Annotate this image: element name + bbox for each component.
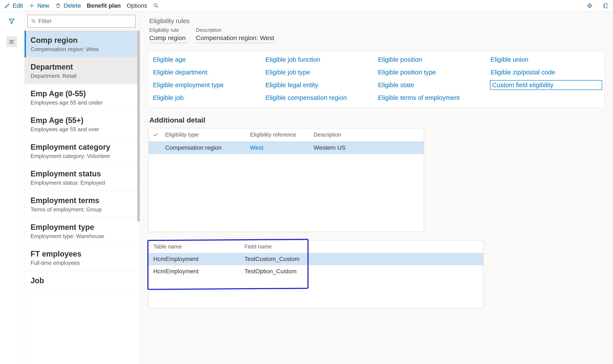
eligible-link[interactable]: Eligible department [153,69,262,76]
eligible-link[interactable]: Eligible state [378,81,488,89]
funnel-icon [8,18,15,24]
detail-cell-desc: Western US [313,144,420,151]
filter-rail-button[interactable] [6,16,17,26]
additional-detail-title: Additional detail [149,116,604,124]
custom-field-grid: Table name Field name HcmEmploymentTestC… [148,240,483,308]
nav-item[interactable]: Employment categoryEmployment category: … [25,138,140,164]
eligible-link[interactable]: Eligible position [378,56,488,63]
nav-item-title: Employment terms [30,196,134,205]
nav-item-title: Job [30,276,134,285]
eligible-link[interactable]: Eligible compensation region [265,94,375,101]
edit-label: Edit [13,2,23,9]
custom-row[interactable]: HcmEmploymentTestOption_Custom [149,265,483,277]
detail-row[interactable]: Compensation regionWestWestern US [149,141,424,154]
nav-item-desc: Compensation region: West [30,46,134,52]
custom-hdr-table[interactable]: Table name [153,243,245,250]
nav-item-title: Employment category [30,143,134,152]
benefit-plan-button[interactable]: Benefit plan [87,2,121,9]
search-icon [31,19,36,24]
custom-cell-table: HcmEmployment [153,268,245,275]
filter-box[interactable] [27,15,135,27]
nav-item-desc: Full-time employees [30,260,134,266]
list-icon [8,38,15,45]
eligible-links-card: Eligible ageEligible job functionEligibl… [148,51,604,107]
nav-item-title: Emp Age (0-55) [30,89,134,98]
new-button[interactable]: New [29,2,49,9]
detail-grid: Eligibility type Eligibility reference D… [148,128,424,232]
nav-item-desc: Employment type: Warehouse [30,233,134,240]
page-title: Eligibility rules [149,17,604,25]
eligible-link[interactable]: Eligible zip/postal code [490,69,600,76]
nav-item-desc: Department: Retail [30,73,134,79]
nav-item-title: Employment status [30,169,134,178]
eligible-link[interactable]: Eligible legal entity [265,81,375,89]
desc-value[interactable]: Compensation region: West [196,34,274,43]
search-button[interactable] [153,3,159,9]
nav-item-title: Department [30,63,134,71]
nav-list[interactable]: Comp regionCompensation region: WestDepa… [25,30,140,364]
custom-hdr-field[interactable]: Field name [245,243,479,250]
desc-label: Description [196,27,274,33]
nav-item-title: Emp Age (55+) [30,116,134,125]
custom-cell-table: HcmEmployment [153,256,245,262]
nav-item-desc: Terms of employment: Group [30,206,134,213]
eligible-link[interactable]: Eligible position type [378,69,488,76]
nav-item-desc: Employment category: Volunteer [30,153,134,159]
nav-item[interactable]: Employment typeEmployment type: Warehous… [25,218,140,245]
rule-value[interactable]: Comp region [149,34,187,43]
eligible-link[interactable]: Custom field eligibility [490,80,602,90]
nav-item-title: FT employees [30,249,134,259]
nav-item-desc: Employees age 55 and over [30,126,134,133]
nav-item[interactable]: DepartmentDepartment: Retail [25,57,140,84]
office-button[interactable] [603,3,609,9]
svg-point-0 [154,4,157,7]
eligible-link[interactable]: Eligible job type [265,69,375,76]
benefit-plan-label: Benefit plan [87,2,121,9]
detail-cell-type: Compensation region [165,144,250,151]
left-rail [0,12,23,364]
eligible-link[interactable]: Eligible job function [265,56,375,63]
diamond-icon [587,3,593,9]
detail-hdr-desc[interactable]: Description [313,131,420,138]
edit-button[interactable]: Edit [4,2,23,9]
delete-button[interactable]: Delete [55,2,81,9]
new-label: New [37,2,49,9]
svg-point-1 [32,20,34,22]
main-pane: Eligibility rules Eligibility rule Comp … [140,12,613,364]
custom-row[interactable]: HcmEmploymentTestCustom_Custom [149,253,483,265]
plus-icon [29,3,35,9]
detail-cell-ref[interactable]: West [250,144,313,151]
pencil-icon [4,3,10,9]
nav-item[interactable]: Employment statusEmployment status: Empl… [25,164,140,191]
nav-item-desc: Employment status: Employed [30,180,134,186]
nav-item[interactable]: Job [25,271,140,291]
nav-pane: Comp regionCompensation region: WestDepa… [23,12,140,364]
nav-item[interactable]: FT employeesFull-time employees [25,245,140,271]
options-button[interactable]: Options [127,2,147,9]
rule-label: Eligibility rule [149,27,187,33]
options-label: Options [127,2,147,9]
top-toolbar: Edit New Delete Benefit plan Options [0,0,613,12]
detail-hdr-type[interactable]: Eligibility type [165,131,250,138]
nav-item-title: Comp region [30,36,134,45]
detail-hdr-ref[interactable]: Eligibility reference [250,131,313,138]
eligible-link[interactable]: Eligible employment type [153,81,262,89]
eligible-link[interactable]: Eligible terms of employment [378,94,488,101]
list-rail-button[interactable] [6,37,17,47]
eligible-link[interactable]: Eligible job [153,94,262,101]
nav-item[interactable]: Emp Age (0-55)Employees age 55 and under [25,84,140,111]
eligible-link[interactable]: Eligible age [153,56,262,63]
filter-input[interactable] [38,18,132,25]
nav-item-desc: Employees age 55 and under [30,99,134,106]
nav-item[interactable]: Comp regionCompensation region: West [25,31,140,57]
search-icon [153,3,159,9]
nav-item[interactable]: Employment termsTerms of employment: Gro… [25,191,140,218]
rule-header: Eligibility rule Comp region Description… [148,27,604,43]
trash-icon [55,3,61,9]
custom-cell-field: TestCustom_Custom [245,256,479,262]
delete-label: Delete [64,2,81,9]
nav-item[interactable]: Emp Age (55+)Employees age 55 and over [25,111,140,138]
eligible-link[interactable]: Eligible union [490,56,600,63]
attach-button[interactable] [587,3,593,9]
check-icon [153,132,165,138]
